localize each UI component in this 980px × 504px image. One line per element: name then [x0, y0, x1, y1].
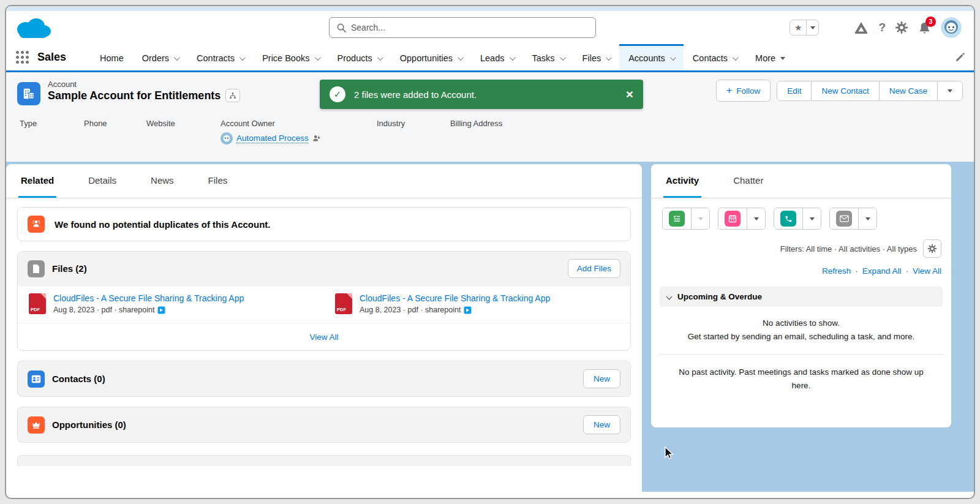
activity-filters: Filters: All time · All activities · All…: [651, 237, 951, 258]
next-related-list-partial: [17, 455, 631, 466]
caret-down-icon: [865, 217, 870, 220]
main-content: Related Details News Files We found no p…: [6, 162, 974, 492]
file-meta: Aug 8, 2023 · pdf · sharepoint: [360, 306, 550, 314]
record-tabs: Related Details News Files: [6, 164, 642, 198]
caret-down-icon: [698, 217, 703, 220]
chevron-down-icon: [666, 294, 673, 300]
chevron-down-icon: [509, 55, 515, 61]
no-activities-message: No activities to show. Get started by se…: [651, 307, 951, 354]
section-title: Upcoming & Overdue: [677, 292, 762, 301]
tab-related[interactable]: Related: [18, 164, 56, 198]
global-search-input[interactable]: Search...: [329, 17, 596, 38]
nav-tabs: Home Orders Contracts Price Books Produc…: [91, 44, 794, 70]
notifications-control: 3: [918, 21, 932, 35]
field-account-owner: Account Owner Automated Process: [221, 119, 377, 145]
caret-down-icon: [810, 26, 815, 29]
contacts-list-title: Contacts (0): [52, 374, 105, 384]
files-view-all-link[interactable]: View All: [309, 333, 338, 342]
favorites-control: ★: [790, 20, 819, 36]
new-contact-button[interactable]: New Contact: [811, 81, 878, 100]
field-owner-label: Account Owner: [221, 119, 377, 128]
file-title-link[interactable]: CloudFiles - A Secure File Sharing & Tra…: [53, 293, 244, 303]
duplicate-check-icon: [28, 216, 45, 233]
astro-avatar-icon: [941, 17, 962, 38]
nav-tab-opportunities[interactable]: Opportunities: [391, 44, 471, 70]
nav-tab-price-books[interactable]: Price Books: [253, 44, 328, 70]
guidance-center-button[interactable]: [853, 20, 869, 35]
favorite-star-button[interactable]: ★: [790, 20, 806, 35]
success-toast: ✓ 2 files were added to Account. ×: [320, 80, 643, 109]
favorites-dropdown-button[interactable]: [806, 20, 818, 35]
nav-tab-more[interactable]: More: [746, 44, 794, 70]
nav-tab-contacts[interactable]: Contacts: [684, 44, 746, 70]
duplicates-message: We found no potential duplicates of this…: [55, 219, 271, 230]
help-icon: ?: [878, 21, 886, 34]
upcoming-overdue-section[interactable]: Upcoming & Overdue: [660, 287, 943, 307]
chevron-down-icon: [560, 55, 566, 61]
pdf-file-icon: PDF: [29, 293, 46, 314]
tab-activity[interactable]: Activity: [663, 164, 701, 198]
task-dropdown-button[interactable]: [691, 208, 709, 229]
search-placeholder: Search...: [351, 23, 385, 32]
duplicates-card: We found no potential duplicates of this…: [17, 207, 631, 241]
nav-tab-products[interactable]: Products: [328, 44, 391, 70]
field-phone-label: Phone: [84, 119, 146, 145]
edit-button[interactable]: Edit: [777, 81, 811, 100]
nav-tab-contracts[interactable]: Contracts: [187, 44, 253, 70]
nav-tab-files[interactable]: Files: [573, 44, 620, 70]
edit-nav-pencil-icon[interactable]: [955, 52, 965, 62]
setup-button[interactable]: [895, 21, 908, 34]
help-button[interactable]: ?: [878, 21, 886, 34]
new-event-button[interactable]: [718, 208, 747, 229]
add-files-button[interactable]: Add Files: [568, 259, 620, 278]
log-call-button[interactable]: [774, 208, 802, 229]
success-check-icon: ✓: [330, 86, 345, 102]
change-owner-icon[interactable]: [312, 134, 321, 143]
new-contact-list-button[interactable]: New: [583, 369, 620, 388]
field-website-label: Website: [146, 119, 221, 145]
nav-tab-leads[interactable]: Leads: [471, 44, 523, 70]
sharepoint-source-icon: [157, 306, 165, 314]
app-launcher-icon[interactable]: [16, 51, 29, 64]
files-list-icon: [28, 260, 45, 277]
filter-settings-button[interactable]: [923, 239, 941, 258]
star-icon: ★: [794, 23, 802, 32]
email-button[interactable]: [830, 208, 858, 229]
new-opportunity-button[interactable]: New: [583, 415, 620, 434]
caret-down-icon: [754, 217, 759, 220]
contacts-related-list: Contacts (0) New: [17, 361, 631, 397]
plus-icon: [832, 23, 840, 32]
nav-tab-orders[interactable]: Orders: [133, 44, 187, 70]
new-case-button[interactable]: New Case: [879, 81, 937, 100]
tab-files[interactable]: Files: [206, 164, 230, 198]
global-actions-button[interactable]: [828, 20, 844, 36]
user-avatar[interactable]: [941, 17, 962, 38]
event-dropdown-button[interactable]: [747, 208, 765, 229]
activity-view-all-link[interactable]: View All: [913, 266, 941, 276]
field-industry-label: Industry: [377, 119, 450, 145]
nav-tab-tasks[interactable]: Tasks: [523, 44, 573, 70]
app-window: Search... ★ ?: [5, 5, 975, 499]
account-hierarchy-button[interactable]: [225, 89, 240, 102]
pdf-file-icon: PDF: [335, 293, 352, 314]
file-title-link[interactable]: CloudFiles - A Secure File Sharing & Tra…: [360, 293, 550, 303]
event-icon: [725, 211, 741, 227]
expand-all-link[interactable]: Expand All: [862, 266, 902, 276]
toast-close-button[interactable]: ×: [626, 87, 633, 102]
new-task-button[interactable]: [663, 208, 691, 229]
nav-tab-home[interactable]: Home: [91, 44, 133, 70]
owner-link[interactable]: Automated Process: [236, 134, 309, 143]
nav-tab-accounts[interactable]: Accounts: [619, 44, 684, 70]
refresh-link[interactable]: Refresh: [822, 266, 851, 276]
follow-button[interactable]: + Follow: [716, 80, 771, 102]
call-icon: [780, 211, 796, 227]
tab-chatter[interactable]: Chatter: [731, 164, 766, 198]
call-dropdown-button[interactable]: [802, 208, 821, 229]
tab-news[interactable]: News: [148, 164, 176, 198]
tab-details[interactable]: Details: [86, 164, 119, 198]
filters-summary: Filters: All time · All activities · All…: [780, 244, 917, 254]
more-actions-dropdown-button[interactable]: [937, 81, 962, 100]
salesforce-logo: [13, 15, 54, 42]
page-title: Sample Account for Entitlements: [48, 89, 221, 102]
email-dropdown-button[interactable]: [858, 208, 876, 229]
